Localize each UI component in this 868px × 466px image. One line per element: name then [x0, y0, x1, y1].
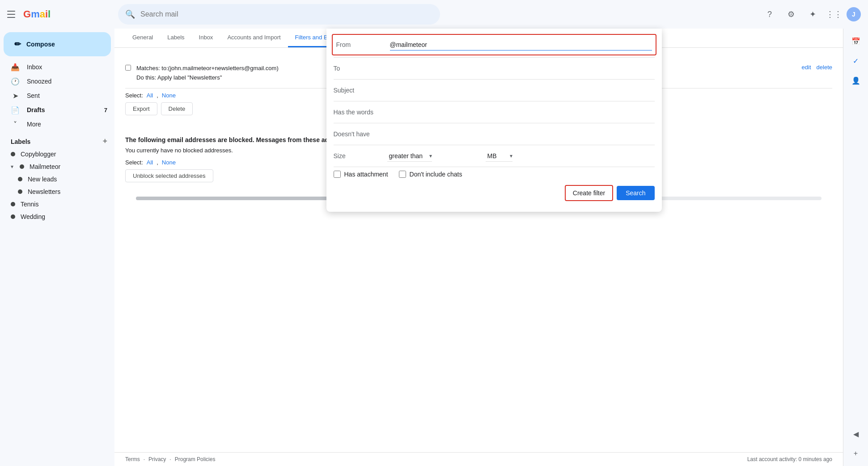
has-words-label: Has the words — [334, 109, 387, 116]
label-mailmeteor-text: Mailmeteor — [30, 163, 60, 170]
dot-separator-2: · — [169, 456, 171, 462]
checkbox-row: Has attachment Don't include chats — [326, 167, 662, 181]
search-icon: 🔍 — [125, 9, 135, 19]
label-dot-new-leads — [18, 177, 22, 181]
label-tennis-text: Tennis — [21, 201, 38, 208]
subject-label: Subject — [334, 87, 387, 94]
avatar[interactable]: J — [847, 7, 861, 21]
add-label-button[interactable]: + — [102, 137, 107, 146]
label-dot-wedding — [11, 214, 15, 219]
inbox-label: Inbox — [27, 63, 107, 71]
compose-label: Compose — [26, 41, 55, 48]
gmail-logo: Gmail — [23, 8, 51, 20]
label-mailmeteor[interactable]: ▾ Mailmeteor — [0, 160, 114, 173]
has-attachment-checkbox[interactable] — [334, 171, 341, 178]
sparkle-button[interactable]: ✦ — [804, 5, 821, 23]
add-right-btn[interactable]: + — [847, 445, 865, 462]
from-row: From — [332, 34, 656, 55]
label-dot-mailmeteor — [20, 164, 24, 169]
to-row: To — [326, 58, 662, 79]
inbox-icon: 📥 — [11, 63, 20, 71]
drafts-icon: 📄 — [11, 106, 20, 114]
label-dot-tennis — [11, 202, 15, 206]
dont-include-chats-text: Don't include chats — [410, 171, 462, 178]
dont-include-chats-label[interactable]: Don't include chats — [399, 171, 462, 178]
label-new-leads-text: New leads — [28, 176, 57, 183]
dot-separator-1: · — [144, 456, 145, 462]
compose-button[interactable]: ✏ Compose — [4, 32, 111, 56]
size-select[interactable]: greater than less than — [387, 151, 432, 162]
from-input[interactable] — [390, 39, 652, 50]
search-bar[interactable]: 🔍 — [118, 4, 440, 25]
search-form: From To Subject Has the words — [326, 29, 662, 212]
compose-icon: ✏ — [14, 39, 21, 49]
hamburger-menu[interactable] — [7, 9, 18, 20]
subject-row: Subject — [326, 80, 662, 101]
search-buttons: Create filter Search — [326, 181, 662, 208]
size-select-wrap: greater than less than — [387, 151, 432, 162]
terms-link[interactable]: Terms — [125, 456, 140, 462]
search-button[interactable]: Search — [617, 186, 654, 200]
help-button[interactable]: ? — [761, 5, 779, 23]
label-tennis[interactable]: Tennis — [0, 198, 114, 210]
drafts-label: Drafts — [27, 106, 97, 113]
label-wedding[interactable]: Wedding — [0, 210, 114, 223]
sidebar-item-sent[interactable]: ➤ Sent — [0, 88, 114, 103]
doesnt-have-row: Doesn't have — [326, 123, 662, 145]
size-unit-wrap: MB KB Bytes — [486, 151, 512, 162]
sidebar: ✏ Compose 📥 Inbox 🕐 Snoozed ➤ Sent 📄 Dra… — [0, 29, 114, 466]
doesnt-have-label: Doesn't have — [334, 130, 387, 138]
label-copyblogger-text: Copyblogger — [21, 151, 56, 158]
has-attachment-text: Has attachment — [344, 171, 388, 178]
drafts-badge: 7 — [104, 107, 107, 113]
sent-label: Sent — [27, 92, 107, 99]
subject-input[interactable] — [387, 85, 655, 96]
snoozed-icon: 🕐 — [11, 77, 20, 86]
topbar-left: Gmail — [7, 8, 114, 20]
topbar-right: ? ⚙ ✦ ⋮⋮ J — [761, 5, 861, 23]
label-new-leads[interactable]: New leads — [0, 173, 114, 185]
from-label: From — [336, 41, 390, 48]
to-input[interactable] — [387, 63, 655, 74]
label-dot-copyblogger — [11, 152, 15, 156]
to-label: To — [334, 65, 387, 72]
doesnt-have-input[interactable] — [387, 129, 655, 140]
sent-icon: ➤ — [11, 92, 20, 100]
program-policies-link[interactable]: Program Policies — [175, 456, 216, 462]
sidebar-item-snoozed[interactable]: 🕐 Snoozed — [0, 74, 114, 88]
create-filter-button[interactable]: Create filter — [565, 185, 613, 201]
gmail-m-logo: Gmail — [23, 8, 51, 20]
topbar: Gmail 🔍 ? ⚙ ✦ ⋮⋮ J — [0, 0, 868, 29]
settings-button[interactable]: ⚙ — [782, 5, 800, 23]
search-overlay: From To Subject Has the words — [120, 29, 868, 212]
search-popup: From To Subject Has the words — [326, 29, 662, 212]
label-newsletters[interactable]: Newsletters — [0, 185, 114, 198]
size-label: Size — [334, 152, 387, 160]
sidebar-item-inbox[interactable]: 📥 Inbox — [0, 60, 114, 74]
label-copyblogger[interactable]: Copyblogger — [0, 148, 114, 160]
sidebar-item-more[interactable]: ˅ More — [0, 117, 114, 131]
has-words-input[interactable] — [387, 107, 655, 118]
dont-include-chats-checkbox[interactable] — [399, 171, 406, 178]
size-unit-select[interactable]: MB KB Bytes — [486, 151, 512, 162]
label-newsletters-text: Newsletters — [28, 188, 60, 195]
labels-header: Labels — [11, 138, 30, 145]
sidebar-item-drafts[interactable]: 📄 Drafts 7 — [0, 103, 114, 117]
label-dot-newsletters — [18, 189, 22, 194]
has-words-row: Has the words — [326, 101, 662, 123]
footer-activity: Last account activity: 0 minutes ago — [747, 456, 832, 462]
expand-right-btn[interactable]: ◀ — [847, 425, 865, 443]
search-input[interactable] — [140, 10, 433, 18]
footer: Terms · Privacy · Program Policies Last … — [114, 452, 843, 466]
has-attachment-label[interactable]: Has attachment — [334, 171, 388, 178]
more-icon: ˅ — [11, 120, 20, 129]
more-label: More — [27, 121, 107, 128]
privacy-link[interactable]: Privacy — [148, 456, 166, 462]
footer-links: Terms · Privacy · Program Policies — [125, 456, 215, 462]
apps-button[interactable]: ⋮⋮ — [825, 5, 843, 23]
label-wedding-text: Wedding — [21, 213, 45, 220]
size-row: Size greater than less than MB KB Bytes — [326, 145, 662, 167]
snoozed-label: Snoozed — [27, 78, 107, 85]
chevron-down-icon: ▾ — [11, 164, 13, 170]
